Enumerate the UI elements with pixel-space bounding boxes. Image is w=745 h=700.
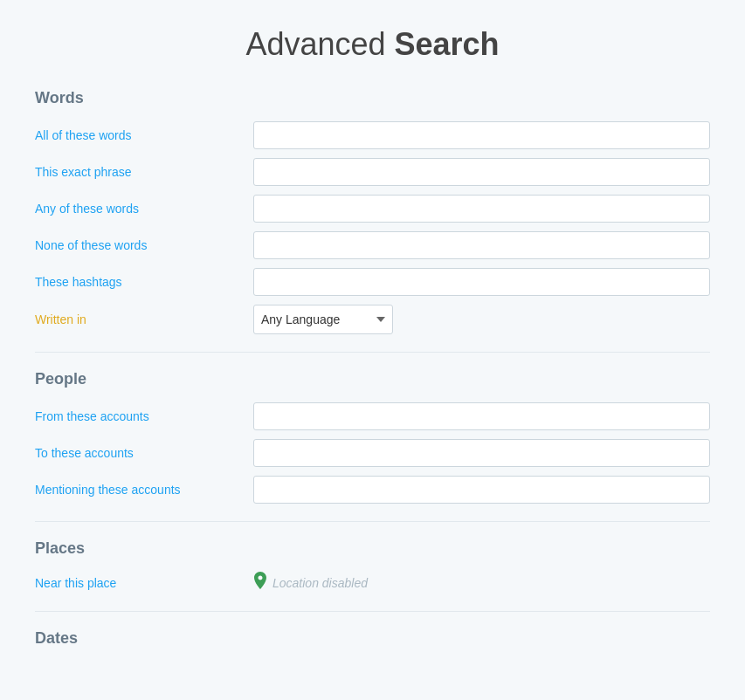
words-section: Words All of these words This exact phra… xyxy=(35,89,710,334)
near-place-row: Near this place Location disabled xyxy=(35,572,710,594)
location-pin-icon xyxy=(253,572,267,594)
to-accounts-row: To these accounts xyxy=(35,439,710,467)
none-words-label: None of these words xyxy=(35,238,253,252)
exact-phrase-input[interactable] xyxy=(253,158,710,186)
places-section: Places Near this place Location disabled xyxy=(35,539,710,594)
page-title-light: Advanced xyxy=(245,26,394,62)
page-title: Advanced Search xyxy=(35,26,710,63)
any-words-label: Any of these words xyxy=(35,202,253,216)
people-heading: People xyxy=(35,370,710,388)
written-in-label: Written in xyxy=(35,312,253,326)
to-accounts-label: To these accounts xyxy=(35,446,253,460)
to-accounts-input[interactable] xyxy=(253,439,710,467)
hashtags-label: These hashtags xyxy=(35,275,253,289)
any-words-row: Any of these words xyxy=(35,195,710,223)
mentioning-accounts-label: Mentioning these accounts xyxy=(35,483,253,497)
page-container: Advanced Search Words All of these words… xyxy=(0,0,745,688)
all-words-row: All of these words xyxy=(35,121,710,149)
hashtags-row: These hashtags xyxy=(35,268,710,296)
none-words-row: None of these words xyxy=(35,231,710,259)
dates-section: Dates xyxy=(35,629,710,648)
from-accounts-label: From these accounts xyxy=(35,409,253,423)
all-words-label: All of these words xyxy=(35,128,253,142)
near-place-label: Near this place xyxy=(35,576,253,590)
location-display: Location disabled xyxy=(253,572,368,594)
people-section: People From these accounts To these acco… xyxy=(35,370,710,504)
places-heading: Places xyxy=(35,539,710,558)
people-places-divider xyxy=(35,521,710,522)
from-accounts-input[interactable] xyxy=(253,402,710,430)
mentioning-accounts-row: Mentioning these accounts xyxy=(35,476,710,504)
page-title-bold: Search xyxy=(395,26,500,62)
all-words-input[interactable] xyxy=(253,121,710,149)
words-heading: Words xyxy=(35,89,710,107)
location-disabled-text: Location disabled xyxy=(272,576,368,590)
any-words-input[interactable] xyxy=(253,195,710,223)
written-in-row: Written in Any Language English Spanish … xyxy=(35,305,710,334)
mentioning-accounts-input[interactable] xyxy=(253,476,710,504)
words-people-divider xyxy=(35,352,710,353)
language-select[interactable]: Any Language English Spanish French Germ… xyxy=(253,305,393,334)
dates-heading: Dates xyxy=(35,629,710,648)
none-words-input[interactable] xyxy=(253,231,710,259)
places-dates-divider xyxy=(35,611,710,612)
hashtags-input[interactable] xyxy=(253,268,710,296)
from-accounts-row: From these accounts xyxy=(35,402,710,430)
exact-phrase-row: This exact phrase xyxy=(35,158,710,186)
exact-phrase-label: This exact phrase xyxy=(35,165,253,179)
